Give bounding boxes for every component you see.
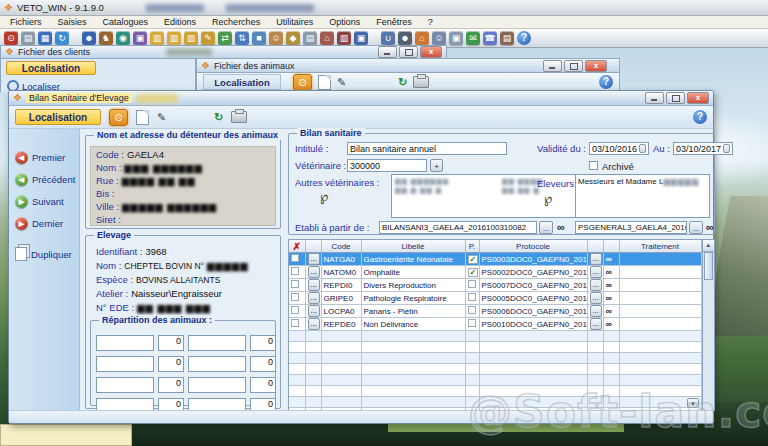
power-button[interactable]: ⊙ <box>293 74 312 91</box>
eleveurs-textarea[interactable]: Messieurs et Madame L▆▆▆▆▆ <box>575 174 710 218</box>
menu-catalogues[interactable]: Catalogues <box>95 17 157 27</box>
row-browse-button[interactable]: ... <box>590 318 602 330</box>
maximize-button[interactable] <box>666 92 685 104</box>
clients-icon[interactable]: ☻ <box>82 31 96 45</box>
staff-icon[interactable]: ☻ <box>398 31 412 45</box>
pencil-icon[interactable]: ✎ <box>337 77 346 88</box>
computer-icon[interactable]: ■ <box>252 31 266 45</box>
row-browse-button[interactable]: ... <box>308 318 320 330</box>
menu-fentres[interactable]: Fenêtres <box>368 17 420 27</box>
tab-localisation-clients[interactable]: Localisation <box>6 61 96 75</box>
p-checkbox[interactable] <box>468 293 476 301</box>
repartition-name-field[interactable] <box>96 335 154 351</box>
help-icon[interactable]: ? <box>693 110 707 124</box>
row-browse-button[interactable]: ... <box>590 305 602 317</box>
money-icon[interactable]: ◆ <box>286 31 300 45</box>
close-button[interactable]: x <box>687 92 709 104</box>
intitule-input[interactable]: Bilan sanitaire annuel <box>347 142 507 155</box>
maximize-button[interactable] <box>399 46 418 58</box>
row-browse-button[interactable]: ... <box>590 279 602 291</box>
header-traitement[interactable]: Traitement <box>619 240 701 253</box>
scrollbar-thumb[interactable] <box>704 252 714 280</box>
window-bilan-titlebar[interactable]: ❖ Bilan Sanitaire d'Elevage x <box>9 91 713 106</box>
p-checkbox[interactable] <box>468 306 476 314</box>
header-p[interactable]: P. <box>465 240 479 253</box>
row-checkbox[interactable] <box>291 267 299 275</box>
row-browse-button[interactable]: ... <box>308 292 320 304</box>
window-animaux-titlebar[interactable]: ❖ Fichier des animaux x <box>196 58 620 73</box>
row-browse-button[interactable]: ... <box>308 253 320 265</box>
ps-input[interactable]: PSGENERAL3_GAELA4_2016100 <box>575 221 687 234</box>
print-icon[interactable]: ▤ <box>21 31 35 45</box>
book-icon[interactable]: ▥ <box>337 31 351 45</box>
fax-icon[interactable]: ▤ <box>500 31 514 45</box>
view-document-icon[interactable]: ∞ <box>557 222 565 233</box>
table-row[interactable]: ... REPDI0 Divers Reproduction PS0007DOC… <box>289 279 701 292</box>
folder-edit-icon[interactable]: ✎ <box>201 31 215 45</box>
table-empty-row[interactable] <box>289 331 701 342</box>
archive-checkbox[interactable] <box>589 161 598 170</box>
row-browse-button[interactable]: ... <box>590 292 602 304</box>
p-checkbox[interactable] <box>468 280 476 288</box>
header-code[interactable]: Code <box>321 240 361 253</box>
repartition-name-field[interactable] <box>96 377 154 393</box>
table-row[interactable]: ... NATGA0 Gastroentérite Néonatale ✓ PS… <box>289 253 701 266</box>
row-browse-button[interactable]: ... <box>590 253 602 265</box>
repartition-count-field[interactable]: 0 <box>158 377 184 393</box>
save-icon[interactable]: ▦ <box>38 31 52 45</box>
menu-utilitaires[interactable]: Utilitaires <box>268 17 321 27</box>
date-picker-icon[interactable] <box>639 144 646 153</box>
veterinaire-input[interactable]: 300000 <box>347 159 427 172</box>
minimize-button[interactable] <box>543 60 562 72</box>
view-document-icon[interactable]: ∞ <box>606 293 612 303</box>
menu-editions[interactable]: Editions <box>156 17 204 27</box>
power-icon[interactable]: ⊙ <box>4 31 18 45</box>
row-checkbox[interactable] <box>291 254 299 262</box>
menu-fichiers[interactable]: Fichiers <box>2 17 50 27</box>
table-row[interactable]: ... NATOM0 Omphalite ✓ PS0002DOC0_GAEPN0… <box>289 266 701 279</box>
table-empty-row[interactable] <box>289 375 701 386</box>
row-browse-button[interactable]: ... <box>308 305 320 317</box>
repartition-count-field[interactable]: 0 <box>158 356 184 372</box>
refresh-icon[interactable]: ↻ <box>398 77 407 88</box>
nav-dupliquer[interactable]: Dupliquer <box>15 247 72 261</box>
menu-recherches[interactable]: Recherches <box>204 17 268 27</box>
printer-icon[interactable] <box>413 76 429 88</box>
help-icon[interactable]: ? <box>599 75 613 89</box>
table-empty-row[interactable] <box>289 364 701 375</box>
folder3-icon[interactable]: ▥ <box>184 31 198 45</box>
minimize-button[interactable] <box>378 46 397 58</box>
view-document-icon[interactable]: ∞ <box>606 254 612 264</box>
p-checkbox[interactable]: ✓ <box>468 255 479 264</box>
report-icon[interactable]: ▣ <box>354 31 368 45</box>
row-checkbox[interactable] <box>291 293 299 301</box>
repartition-name-field[interactable] <box>188 356 246 372</box>
folder2-icon[interactable]: ▥ <box>167 31 181 45</box>
new-page-icon[interactable] <box>136 110 149 125</box>
nav-premier[interactable]: ◀ Premier <box>15 151 65 164</box>
delete-rows-icon[interactable]: ✗ <box>293 241 301 252</box>
date-picker-icon[interactable] <box>723 144 730 153</box>
tab-localisation-animaux[interactable]: Localisation <box>203 74 281 90</box>
row-browse-button[interactable]: ... <box>308 279 320 291</box>
table-empty-row[interactable] <box>289 353 701 364</box>
copy-icon[interactable]: ▣ <box>449 31 463 45</box>
repartition-name-field[interactable] <box>188 377 246 393</box>
close-button[interactable]: x <box>420 46 442 58</box>
folder-icon[interactable]: ▥ <box>150 31 164 45</box>
close-button[interactable]: x <box>585 60 607 72</box>
table-empty-row[interactable] <box>289 342 701 353</box>
package-icon[interactable]: ▣ <box>133 31 147 45</box>
globe-icon[interactable]: ◉ <box>116 31 130 45</box>
header-libelle[interactable]: Libellé <box>361 240 465 253</box>
print2-icon[interactable]: ▤ <box>303 31 317 45</box>
scroll-up-icon[interactable]: ▲ <box>703 240 715 252</box>
power-button[interactable]: ⊙ <box>109 109 128 126</box>
p-checkbox[interactable] <box>468 319 476 327</box>
menu-options[interactable]: Options <box>321 17 368 27</box>
table-row[interactable]: ... REPDE0 Non Délivrance PS0010DOC0_GAE… <box>289 318 701 331</box>
group-icon[interactable]: ☺ <box>432 31 446 45</box>
maximize-button[interactable] <box>564 60 583 72</box>
pencil-icon[interactable]: ✎ <box>157 112 166 123</box>
validite-au-input[interactable]: 03/10/2017 <box>673 142 733 155</box>
